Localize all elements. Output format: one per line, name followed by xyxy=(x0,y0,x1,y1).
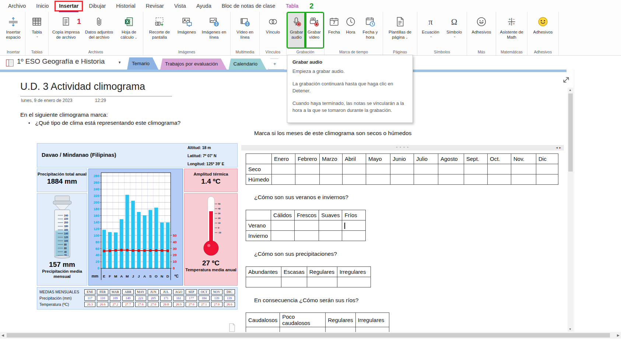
button-insertar-espacio[interactable]: Insertar espacio xyxy=(3,13,24,47)
empty-cell[interactable] xyxy=(319,220,342,231)
section-tab-trabajos-por-evaluación[interactable]: Trabajos por evaluación xyxy=(160,59,227,70)
empty-cell[interactable] xyxy=(464,164,488,174)
empty-cell[interactable] xyxy=(295,220,319,231)
empty-cell[interactable] xyxy=(342,220,366,231)
vertical-scroll-thumb[interactable] xyxy=(568,93,573,172)
button-asistente-de-math[interactable]: +−x÷Asistente de Math xyxy=(497,13,526,47)
ribbon-tab-inicio[interactable]: Inicio xyxy=(31,0,54,12)
empty-cell[interactable] xyxy=(271,220,295,231)
column-header[interactable]: Irregulares xyxy=(355,313,389,327)
question-rivers[interactable]: En consecuencia ¿Cómo serán sus ríos? xyxy=(254,297,358,304)
empty-cell[interactable] xyxy=(355,327,389,332)
button-ecuación[interactable]: πEcuación⌄ xyxy=(418,13,443,47)
column-header[interactable] xyxy=(246,154,272,164)
empty-cell[interactable] xyxy=(438,164,464,174)
scroll-up-icon[interactable]: ▲ xyxy=(569,88,572,92)
empty-cell[interactable] xyxy=(438,174,464,185)
empty-cell[interactable] xyxy=(272,164,295,174)
question-months[interactable]: Marca si los meses de este climograma so… xyxy=(254,130,411,137)
empty-cell[interactable] xyxy=(343,164,366,174)
column-header[interactable]: Caudalosos xyxy=(246,313,280,327)
column-header[interactable]: Regulares xyxy=(307,267,337,277)
empty-cell[interactable] xyxy=(511,174,536,185)
expand-page-button[interactable] xyxy=(561,75,571,85)
ribbon-tab-archivo[interactable]: Archivo xyxy=(3,0,31,12)
button-símbolo[interactable]: ΩSímbolo⌄ xyxy=(443,13,466,47)
empty-cell[interactable] xyxy=(307,277,337,287)
row-label[interactable]: Seco xyxy=(246,164,272,174)
empty-cell[interactable] xyxy=(536,174,558,185)
button-recorte-de-pantalla[interactable]: Recorte de pantalla xyxy=(144,13,175,47)
column-header[interactable]: Regulares xyxy=(326,313,355,327)
empty-cell[interactable] xyxy=(280,327,326,332)
button-tabla[interactable]: Tabla⌄ xyxy=(27,13,47,47)
empty-cell[interactable] xyxy=(337,277,371,287)
empty-cell[interactable] xyxy=(319,231,342,241)
button-grabar-audio[interactable]: Grabar audio xyxy=(288,13,305,47)
column-header[interactable]: Escasas xyxy=(281,267,307,277)
horizontal-scroll-thumb[interactable] xyxy=(7,333,610,338)
empty-cell[interactable] xyxy=(366,164,390,174)
climograph[interactable]: Davao / Mindanao (Filipinas) Altitud: 18… xyxy=(37,143,238,310)
column-header[interactable]: Dic xyxy=(536,154,558,164)
column-header[interactable]: Junio xyxy=(390,154,414,164)
empty-cell[interactable] xyxy=(488,174,511,185)
column-header[interactable]: Cálidos xyxy=(271,210,295,220)
ribbon-tab-bloc-de-notas-de-clase[interactable]: Bloc de notas de clase xyxy=(217,0,281,12)
column-header[interactable]: Sept. xyxy=(464,154,488,164)
column-header[interactable]: Enero xyxy=(272,154,295,164)
empty-cell[interactable] xyxy=(511,164,536,174)
scroll-down-icon[interactable]: ▼ xyxy=(569,328,572,331)
section-tab-temario[interactable]: Temario xyxy=(127,57,158,70)
chevron-down-icon[interactable]: ▾ xyxy=(119,60,121,65)
ribbon-tab-historial[interactable]: Historial xyxy=(111,0,140,12)
column-header[interactable]: Fríos xyxy=(342,210,366,220)
empty-cell[interactable] xyxy=(390,164,414,174)
empty-cell[interactable] xyxy=(366,174,390,185)
column-header[interactable]: Irregulares xyxy=(337,267,371,277)
empty-cell[interactable] xyxy=(343,174,366,185)
scroll-left-icon[interactable]: ◀ xyxy=(1,333,4,337)
column-header[interactable]: Agosto xyxy=(438,154,464,164)
empty-cell[interactable] xyxy=(414,164,438,174)
button-vínculo[interactable]: Vínculo xyxy=(261,13,285,47)
add-section-tab[interactable]: + xyxy=(268,59,284,70)
empty-cell[interactable] xyxy=(281,277,307,287)
empty-cell[interactable] xyxy=(271,231,295,241)
button-copia-impresa-de-archivo[interactable]: Copia impresa de archivo1 xyxy=(50,13,82,47)
column-header[interactable]: Frescos xyxy=(295,210,319,220)
vertical-scrollbar[interactable]: ▲ ▼ xyxy=(568,88,573,332)
empty-cell[interactable] xyxy=(536,164,558,174)
button-imágenes[interactable]: Imágenes xyxy=(175,13,199,47)
button-hoja-de-cálculo[interactable]: XHoja de cálculo⌄ xyxy=(116,13,142,47)
empty-cell[interactable] xyxy=(390,174,414,185)
column-header[interactable]: Suaves xyxy=(319,210,342,220)
nav-arrows-icon[interactable]: ◂ ▸ xyxy=(556,146,561,149)
empty-cell[interactable] xyxy=(272,174,295,185)
row-label[interactable]: Invierno xyxy=(246,231,271,241)
button-fecha[interactable]: 7Fecha xyxy=(326,13,343,47)
intro-text[interactable]: En el siguiente climograma marca: xyxy=(20,112,108,118)
drag-handle-icon[interactable]: · · · · xyxy=(241,144,564,150)
ribbon-tab-vista[interactable]: Vista xyxy=(169,0,191,12)
page-canvas[interactable]: U.D. 3 Actividad climograma lunes, 9 de … xyxy=(0,72,567,332)
button-plantillas-de-página[interactable]: Plantillas de página⌄ xyxy=(384,13,416,47)
column-header[interactable]: Poco caudalosos xyxy=(280,313,326,327)
button-vídeo-en-línea[interactable]: Vídeo en línea xyxy=(232,13,258,47)
section-tab-calendario[interactable]: Calendario xyxy=(229,59,266,70)
column-header[interactable]: Febrero xyxy=(295,154,320,164)
empty-cell[interactable] xyxy=(488,164,511,174)
column-header[interactable]: Nov. xyxy=(511,154,536,164)
column-header[interactable]: Marzo xyxy=(320,154,343,164)
column-header[interactable]: Abundantes xyxy=(246,267,281,277)
note-container-bar[interactable]: · · · · ◂ ▸ xyxy=(241,145,564,151)
empty-cell[interactable] xyxy=(246,277,281,287)
ribbon-tab-revisar[interactable]: Revisar xyxy=(141,0,169,12)
horizontal-scrollbar[interactable]: ◀ ▶ xyxy=(0,332,621,339)
scroll-right-icon[interactable]: ▶ xyxy=(617,333,620,337)
empty-cell[interactable] xyxy=(320,174,343,185)
button-adhesivos[interactable]: Adhesivos xyxy=(468,13,495,47)
question-precip[interactable]: ¿Cómo son sus precipitaciones? xyxy=(254,251,337,257)
empty-cell[interactable] xyxy=(414,174,438,185)
column-header[interactable]: Mayo xyxy=(366,154,390,164)
